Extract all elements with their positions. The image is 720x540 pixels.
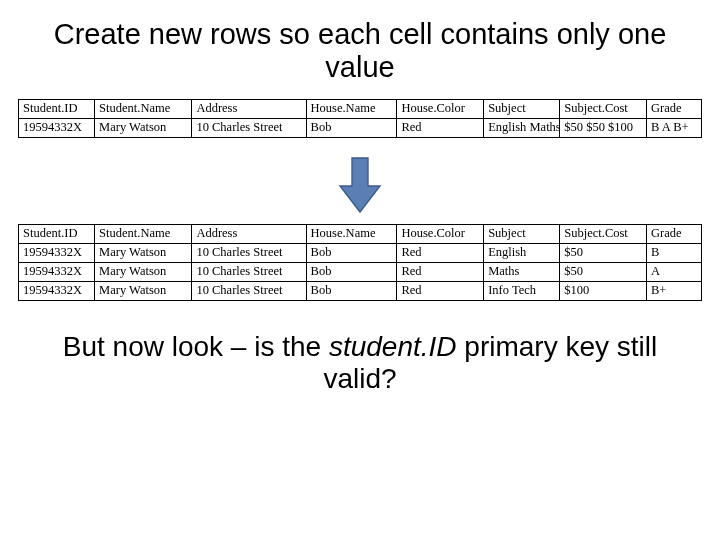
slide: Create new rows so each cell contains on… bbox=[0, 0, 720, 540]
cell-hname: Bob bbox=[306, 243, 397, 262]
cell-addr: 10 Charles Street bbox=[192, 281, 306, 300]
col-header: Student.ID bbox=[19, 224, 95, 243]
col-header: Address bbox=[192, 99, 306, 118]
table-after: Student.ID Student.Name Address House.Na… bbox=[18, 224, 702, 301]
col-header: Student.ID bbox=[19, 99, 95, 118]
table-header-row: Student.ID Student.Name Address House.Na… bbox=[19, 224, 702, 243]
col-header: House.Name bbox=[306, 99, 397, 118]
cell-subj: Maths bbox=[484, 262, 560, 281]
arrow-down bbox=[18, 154, 702, 216]
cell-id: 19594332X bbox=[19, 262, 95, 281]
cell-cost: $50 $50 $100 bbox=[560, 118, 647, 137]
col-header: House.Color bbox=[397, 99, 484, 118]
arrow-down-icon bbox=[334, 154, 386, 216]
cell-subj: English Maths Info Tech bbox=[484, 118, 560, 137]
table-header-row: Student.ID Student.Name Address House.Na… bbox=[19, 99, 702, 118]
table-row: 19594332X Mary Watson 10 Charles Street … bbox=[19, 281, 702, 300]
col-header: Subject bbox=[484, 99, 560, 118]
col-header: Student.Name bbox=[95, 99, 192, 118]
slide-title: Create new rows so each cell contains on… bbox=[38, 18, 682, 85]
col-header: Grade bbox=[646, 99, 701, 118]
cell-hcol: Red bbox=[397, 262, 484, 281]
col-header: Grade bbox=[646, 224, 701, 243]
col-header: Subject.Cost bbox=[560, 99, 647, 118]
col-header: Student.Name bbox=[95, 224, 192, 243]
cell-hname: Bob bbox=[306, 118, 397, 137]
cell-hcol: Red bbox=[397, 243, 484, 262]
cell-grade: B A B+ bbox=[646, 118, 701, 137]
col-header: Address bbox=[192, 224, 306, 243]
cell-name: Mary Watson bbox=[95, 281, 192, 300]
cell-subj: English bbox=[484, 243, 560, 262]
cell-name: Mary Watson bbox=[95, 243, 192, 262]
cell-grade: B+ bbox=[646, 281, 701, 300]
col-header: Subject bbox=[484, 224, 560, 243]
cell-name: Mary Watson bbox=[95, 262, 192, 281]
cell-grade: B bbox=[646, 243, 701, 262]
cell-cost: $50 bbox=[560, 243, 647, 262]
caption-text-pre: But now look – is the bbox=[63, 331, 329, 362]
col-header: Subject.Cost bbox=[560, 224, 647, 243]
cell-cost: $50 bbox=[560, 262, 647, 281]
cell-subj: Info Tech bbox=[484, 281, 560, 300]
cell-addr: 10 Charles Street bbox=[192, 262, 306, 281]
cell-cost: $100 bbox=[560, 281, 647, 300]
cell-id: 19594332X bbox=[19, 281, 95, 300]
arrow-shape bbox=[340, 158, 380, 212]
table-after-table: Student.ID Student.Name Address House.Na… bbox=[18, 224, 702, 301]
table-row: 19594332X Mary Watson 10 Charles Street … bbox=[19, 243, 702, 262]
cell-addr: 10 Charles Street bbox=[192, 118, 306, 137]
cell-grade: A bbox=[646, 262, 701, 281]
table-row: 19594332X Mary Watson 10 Charles Street … bbox=[19, 118, 702, 137]
cell-hname: Bob bbox=[306, 281, 397, 300]
col-header: House.Color bbox=[397, 224, 484, 243]
table-row: 19594332X Mary Watson 10 Charles Street … bbox=[19, 262, 702, 281]
cell-name: Mary Watson bbox=[95, 118, 192, 137]
cell-hname: Bob bbox=[306, 262, 397, 281]
cell-hcol: Red bbox=[397, 281, 484, 300]
col-header: House.Name bbox=[306, 224, 397, 243]
slide-caption: But now look – is the student.ID primary… bbox=[58, 331, 662, 395]
cell-id: 19594332X bbox=[19, 118, 95, 137]
caption-term: student.ID bbox=[329, 331, 457, 362]
table-before: Student.ID Student.Name Address House.Na… bbox=[18, 99, 702, 138]
cell-addr: 10 Charles Street bbox=[192, 243, 306, 262]
table-before-table: Student.ID Student.Name Address House.Na… bbox=[18, 99, 702, 138]
cell-id: 19594332X bbox=[19, 243, 95, 262]
cell-hcol: Red bbox=[397, 118, 484, 137]
